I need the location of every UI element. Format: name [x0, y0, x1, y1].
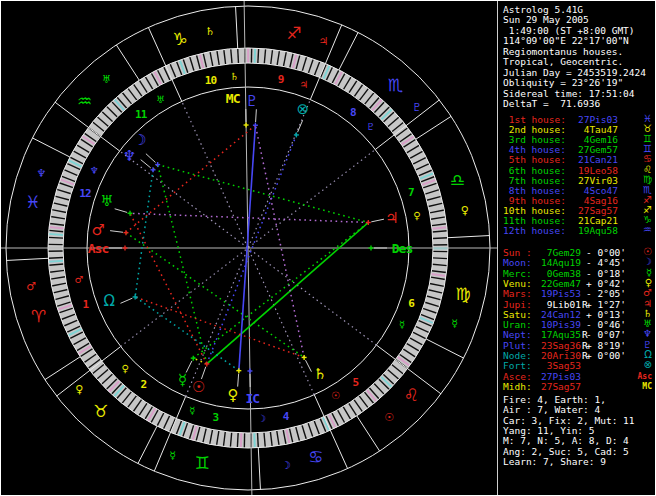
planet-row: Moon:14Aqu19- 4°45'☽: [501, 257, 655, 267]
header-line: 114°09'00"E 22°17'00"N: [503, 35, 629, 46]
zodiac-sign-glyph-pisces: ♓: [25, 194, 40, 211]
planet-mars-pointer: [110, 231, 123, 233]
chart-wheel[interactable]: ♈♂♉♀♊☿♋☽♌☉♍☿♎♀♏♇♐♃♑♄♒♅♓♆1♂2♀3☿4☽5☉6☿7♀8♇…: [0, 0, 500, 496]
header-line: DeltaT = 71.6936: [503, 98, 600, 109]
sign-divider-line: [258, 448, 260, 490]
zodiac-sign-glyph-taurus: ♉: [93, 403, 108, 420]
panel-separator: [497, 0, 498, 496]
header-line: Regiomontanus houses.: [503, 46, 623, 57]
degree-tick: [48, 258, 63, 259]
planet-glyph-sun: ☉: [192, 379, 205, 394]
house-ruler-glyph-5: ☉: [331, 391, 340, 401]
degree-tick-accent: [254, 433, 255, 448]
house-sign-icon: ♒: [643, 224, 652, 235]
house-row: 11th house:21Cap21♑: [501, 215, 655, 225]
header-line: Astrolog 5.41G: [503, 4, 583, 15]
house-cusp-value: 19Aqu58: [571, 225, 618, 236]
house-number-7: 7: [408, 187, 414, 198]
house-row: 9th house: 4Sag16♐: [501, 195, 655, 205]
planet-glyph-neptune: ♆: [123, 148, 136, 163]
planet-glyph-mercury: ☿: [178, 372, 187, 387]
house-row: 5th house:21Can21♋: [501, 154, 655, 164]
sign-divider-line: [32, 138, 69, 157]
planet-row: Merc: 0Gem38- 0°18'☿: [501, 268, 655, 278]
planet-row: Midh:27Sag57MC: [501, 381, 655, 391]
tally-line: Car: 3, Fix: 2, Mut: 11: [503, 415, 635, 426]
house-row: 6th house:19Leo58♌: [501, 165, 655, 175]
header-line: 1:49:00 (ST +8:00 GMT): [503, 25, 635, 36]
house-number-11: 11: [135, 108, 146, 119]
planet-glyph-venus: ♀: [228, 387, 239, 402]
house-number-10: 10: [205, 75, 216, 86]
house-number-2: 2: [140, 379, 146, 390]
house-number-9: 9: [278, 74, 284, 85]
house-row: 1st house:27Pis03♓: [501, 114, 655, 124]
sign-divider-line: [448, 236, 490, 238]
house-label: 12th house:: [503, 225, 566, 236]
planet-icon: MC: [642, 382, 652, 391]
planet-row: Fort: 3Sag53⊗: [501, 360, 655, 370]
degree-tick: [237, 433, 238, 448]
sign-ruler-glyph-aries: ♂: [26, 281, 36, 292]
angle-label-ic: IC: [246, 391, 260, 404]
planet-icon: ⊗: [644, 359, 652, 370]
sign-ruler-glyph-cancer: ☽: [281, 459, 291, 470]
planet-row: Mars:19Pis53- 2°05'♂: [501, 288, 655, 298]
zodiac-sign-glyph-capricorn: ♑: [173, 30, 188, 47]
planet-mercury-pointer: [186, 361, 192, 373]
sign-divider-line: [339, 32, 358, 69]
planet-position-value: 27Sag57: [529, 381, 581, 392]
sign-ruler-glyph-leo: ☉: [384, 411, 394, 422]
planet-saturn-pointer: [305, 360, 311, 372]
degree-tick: [238, 48, 239, 63]
planet-pluto-pointer: [256, 109, 257, 122]
header-line: Tropical, Geocentric.: [503, 56, 623, 67]
degree-tick: [48, 237, 63, 238]
house-ruler-glyph-6: ☿: [399, 320, 405, 330]
house-row: 4th house:27Gem57♊: [501, 144, 655, 154]
degree-tick: [258, 433, 259, 448]
wheel-canvas: [0, 0, 500, 496]
sign-divider-line: [426, 339, 463, 358]
house-row: 7th house:27Vir03♍: [501, 175, 655, 185]
aspect-line-trine-sun-jupiter: [207, 222, 369, 363]
planet-label: Midh:: [503, 381, 532, 392]
aspect-line-opposition-sun-fortune: [207, 135, 297, 364]
house-ruler-glyph-3: ☿: [189, 406, 195, 416]
degree-tick: [433, 238, 448, 239]
header-line: Julian Day = 2453519.2424: [503, 67, 646, 78]
zodiac-sign-glyph-aquarius: ♒: [77, 92, 92, 109]
sign-ruler-glyph-aquarius: ♅: [102, 74, 112, 85]
aspect-line-trine-mars-saturn: [126, 233, 304, 358]
house-ruler-glyph-2: ♀: [122, 364, 129, 374]
sign-divider-line: [357, 416, 380, 451]
zodiac-sign-glyph-leo: ♌: [404, 387, 419, 404]
degree-tick-accent: [48, 234, 63, 235]
planet-glyph-jupiter: ♃: [385, 210, 398, 225]
zodiac-sign-glyph-cancer: ♋: [308, 449, 323, 466]
planet-row: Satu:24Can12+ 0°13'♄: [501, 309, 655, 319]
sign-ruler-glyph-pisces: ♆: [36, 167, 46, 178]
planet-row: Nept:17Aqu35R- 0°07'♆: [501, 329, 655, 339]
sign-divider-line: [6, 258, 48, 260]
planet-glyph-fortune: ⊗: [297, 101, 310, 116]
planet-moon-pointer: [146, 154, 156, 163]
sign-ruler-glyph-capricorn: ♄: [205, 26, 215, 37]
aspect-line-square-saturn-node: [135, 297, 304, 357]
planet-row: Sun : 7Gem29- 0°00'☉: [501, 247, 655, 257]
sign-divider-line: [116, 45, 139, 80]
zodiac-sign-glyph-aries: ♈: [31, 307, 46, 324]
house-number-1: 1: [82, 298, 88, 309]
house-number-4: 4: [283, 410, 289, 421]
sign-ruler-glyph-virgo: ☿: [451, 318, 458, 329]
zodiac-sign-glyph-libra: ♎: [450, 172, 465, 189]
tally-line: Air : 7, Water: 4: [503, 404, 600, 415]
aspect-line-trine-sun-moon: [158, 165, 207, 364]
aspect-line-quincunx-saturn-pluto: [255, 125, 304, 357]
house-ruler-glyph-11: ♅: [156, 95, 165, 105]
planet-row: Node:20Ari30R+ 0°00'Ω: [501, 350, 655, 360]
sign-divider-line: [236, 6, 238, 48]
planet-jupiter-pointer: [371, 219, 384, 222]
planet-row: Uran:10Pis39- 0°46'♅: [501, 319, 655, 329]
angle-label-des: Des: [392, 242, 412, 255]
